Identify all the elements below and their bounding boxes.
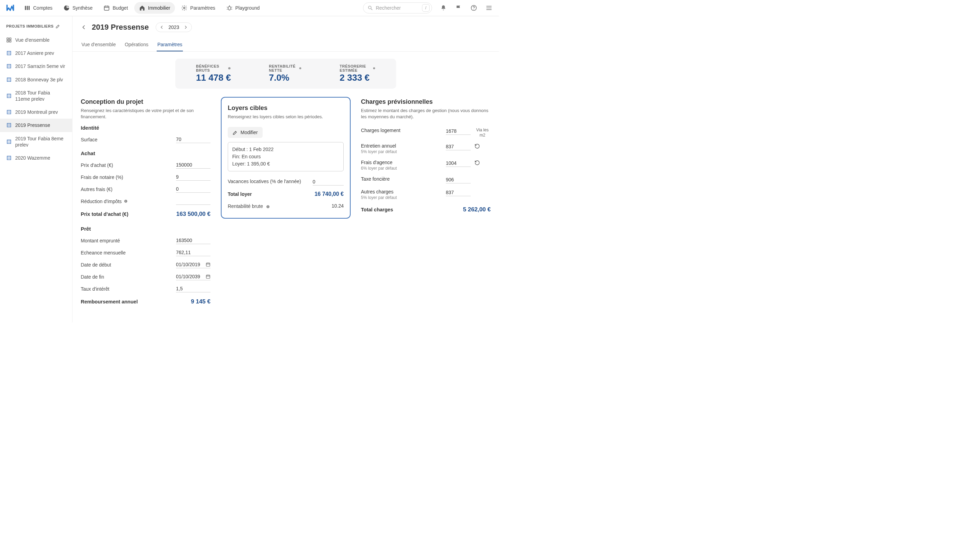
period-rent: Loyer: 1 395,00 € (232, 160, 339, 168)
vacances-input[interactable] (313, 178, 344, 186)
info-icon[interactable] (373, 66, 375, 70)
reduction-label: Réduction d'impôts (81, 198, 172, 204)
taux-input[interactable] (176, 285, 210, 292)
date-fin-label: Date de fin (81, 274, 172, 279)
help-button[interactable] (470, 4, 477, 12)
columns-icon (24, 5, 30, 11)
tabs: Vue d'ensembleOpérationsParamètres (81, 38, 491, 51)
modify-button[interactable]: Modifier (228, 127, 262, 138)
help-icon (470, 5, 477, 11)
flag-button[interactable] (455, 4, 462, 12)
kpi: RENTABILITÉ NETTE7.0% (269, 64, 302, 83)
loyers-panel: Loyers cibles Renseignez les loyers cibl… (221, 97, 351, 219)
charge-label: Autres charges (361, 189, 442, 194)
sidebar-item[interactable]: 2018 Tour Fabia 11eme prelev (0, 86, 72, 105)
nav-item-budget[interactable]: Budget (99, 2, 132, 14)
sidebar: PROJETS IMMOBILIERS Vue d'ensemble 2017 … (0, 16, 72, 322)
date-debut-input[interactable] (176, 261, 210, 268)
charge-input[interactable] (446, 176, 471, 183)
sidebar-item[interactable]: 2020 Wazemme (0, 151, 72, 165)
charge-label: Charges logement (361, 128, 442, 133)
topbar: ComptesSynthèseBudgetImmobilierParamètre… (0, 0, 499, 16)
tab-op-rations[interactable]: Opérations (124, 38, 149, 51)
prix-total-value: 163 500,00 € (176, 211, 210, 218)
kpi-label: TRÉSORERIE ESTIMÉE (340, 64, 375, 72)
sidebar-overview[interactable]: Vue d'ensemble (0, 33, 72, 46)
menu-button[interactable] (485, 4, 493, 12)
charge-row: Entretien annuel5% loyer par défaut (361, 140, 491, 157)
info-icon[interactable] (124, 199, 128, 203)
sidebar-item[interactable]: 2017 Sarrazin 5eme vir (0, 60, 72, 73)
total-loyer-label: Total loyer (228, 191, 310, 198)
charge-input[interactable] (446, 189, 471, 196)
nav-item-synthèse[interactable]: Synthèse (59, 2, 97, 14)
search-input[interactable]: Rechercher / (363, 2, 432, 13)
info-icon[interactable] (266, 205, 270, 209)
nav-label: Immobilier (148, 5, 170, 11)
charges-panel: Charges prévisionnelles Estimez le monta… (361, 97, 491, 216)
reset-button[interactable] (474, 160, 491, 166)
charge-row: Autres charges5% loyer par défaut (361, 186, 491, 203)
sidebar-item[interactable]: 2019 Tour Fabia 8eme prelev (0, 132, 72, 151)
sidebar-item[interactable]: 2017 Asniere prev (0, 46, 72, 60)
bug-icon (226, 5, 232, 11)
calendar-icon (206, 274, 210, 279)
sidebar-overview-label: Vue d'ensemble (15, 37, 49, 43)
sidebar-item[interactable]: 2018 Bonnevay 3e plv (0, 73, 72, 86)
info-icon[interactable] (228, 66, 231, 70)
reset-button[interactable] (474, 143, 491, 149)
nav-item-paramètres[interactable]: Paramètres (176, 2, 220, 14)
taux-label: Taux d'intérêt (81, 286, 172, 292)
kpi-value: 2 333 € (340, 72, 375, 83)
back-button[interactable] (81, 24, 87, 30)
charge-input[interactable] (446, 143, 471, 150)
charge-row: Charges logementVia les m2 (361, 125, 491, 140)
kpi: BÉNÉFICES BRUTS11 478 € (196, 64, 231, 83)
period-box[interactable]: Début : 1 Feb 2022 Fin: En cours Loyer: … (228, 142, 344, 171)
nav-item-comptes[interactable]: Comptes (19, 2, 57, 14)
montant-input[interactable] (176, 237, 210, 244)
surface-input[interactable] (176, 136, 210, 143)
total-charges-value: 5 262,00 € (463, 206, 491, 213)
pencil-icon[interactable] (56, 24, 60, 29)
search-icon (368, 5, 373, 11)
tab-vue-d-ensemble[interactable]: Vue d'ensemble (81, 38, 116, 51)
date-debut-label: Date de début (81, 262, 172, 268)
date-fin-input[interactable] (176, 273, 210, 280)
charge-input[interactable] (446, 128, 471, 135)
notifications-button[interactable] (440, 4, 447, 12)
total-charges-label: Total charges (361, 207, 463, 213)
tab-param-tres[interactable]: Paramètres (157, 38, 183, 51)
sidebar-item-label: 2019 Montreuil prev (15, 109, 58, 115)
echeance-label: Echeance mensuelle (81, 250, 172, 256)
nav-item-immobilier[interactable]: Immobilier (134, 2, 175, 14)
calendar-icon (206, 262, 210, 267)
year-next-button[interactable] (183, 25, 188, 30)
sidebar-item[interactable]: 2019 Montreuil prev (0, 105, 72, 119)
notaire-input[interactable] (176, 173, 210, 181)
charge-input[interactable] (446, 160, 471, 167)
nav-label: Paramètres (190, 5, 215, 11)
rentabilite-value: 10.24 (332, 203, 344, 209)
building-icon (6, 93, 12, 98)
app-logo[interactable] (6, 3, 16, 13)
prix-achat-input[interactable] (176, 161, 210, 168)
reset-icon (474, 143, 480, 149)
nav-item-playground[interactable]: Playground (221, 2, 265, 14)
year-selector: 2023 (156, 22, 192, 32)
building-icon (6, 77, 12, 83)
info-icon[interactable] (299, 66, 302, 70)
project-title: 2019 Pressense (92, 23, 149, 32)
sidebar-item-label: 2018 Bonnevay 3e plv (15, 76, 63, 83)
home-icon (139, 5, 145, 11)
pie-icon (64, 5, 70, 11)
autres-frais-input[interactable] (176, 186, 210, 193)
echeance-input[interactable] (176, 249, 210, 256)
year-prev-button[interactable] (159, 25, 164, 30)
charge-sublabel: 5% loyer par défaut (361, 195, 442, 200)
menu-icon (485, 5, 492, 11)
reduction-input[interactable] (176, 198, 210, 205)
charges-title: Charges prévisionnelles (361, 98, 491, 105)
pret-heading: Prêt (81, 226, 210, 232)
sidebar-item[interactable]: 2019 Pressense (0, 119, 72, 132)
